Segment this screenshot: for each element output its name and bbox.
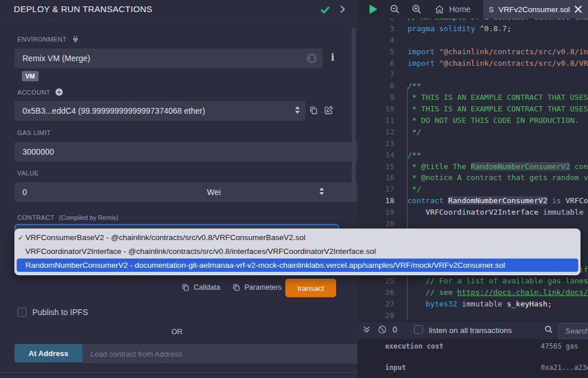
line-number: 11	[357, 115, 394, 126]
panel-bottom-divider	[0, 372, 357, 373]
chevron-double-down-icon[interactable]	[362, 325, 371, 334]
code-line[interactable]: 16 * @notice A contract that gets random…	[357, 172, 588, 184]
calldata-label: Calldata	[194, 283, 220, 291]
code-line[interactable]: 4	[357, 35, 588, 46]
code-line[interactable]: 28	[357, 310, 588, 321]
at-address-button[interactable]: At Address	[14, 344, 82, 362]
code-line[interactable]: 6import "@chainlink/contracts/src/v0.8/V…	[357, 58, 588, 69]
copy-icon	[182, 283, 190, 291]
input-value: 0xa21...a23e4	[541, 364, 588, 372]
contract-sublabel: (Compiled by Remix)	[59, 214, 118, 221]
contract-dropdown-option[interactable]: RandomNumberConsumerV2 - documentation-g…	[17, 259, 578, 272]
line-number: 13	[357, 138, 394, 149]
contract-dropdown-menu: ✓VRFConsumerBaseV2 - @chainlink/contract…	[14, 229, 581, 275]
copy-icon[interactable]	[309, 106, 318, 115]
value-label: VALUE	[17, 170, 39, 177]
code-line[interactable]: 26 // see https://docs.chain.link/docs/v…	[357, 287, 588, 298]
calldata-button[interactable]: Calldata	[182, 283, 220, 291]
listen-all-checkbox[interactable]	[414, 325, 423, 334]
caret-updown-icon	[295, 106, 300, 114]
code-lines: 2// An example of a consumer contract th…	[357, 18, 588, 321]
code-line[interactable]: 2// An example of a consumer contract th…	[357, 18, 588, 23]
line-number: 26	[357, 287, 394, 298]
environment-label: ENVIRONMENT	[17, 35, 80, 43]
spinner-icon	[307, 53, 317, 63]
terminal-content: execution cost 47565 gas input 0xa21...a…	[357, 339, 588, 378]
code-line[interactable]: 15 * @title The RandomNumberConsumerV2 c…	[357, 161, 588, 173]
line-number: 15	[357, 161, 394, 173]
line-number: 18	[357, 195, 394, 207]
copy-icon	[232, 283, 240, 291]
line-number: 25	[357, 275, 394, 287]
account-label: ACCOUNT	[17, 88, 63, 96]
contract-dropdown-option-label: VRFCoordinatorV2Interface - @chainlink/c…	[25, 247, 376, 256]
panel-header: DEPLOY & RUN TRANSACTIONS	[0, 0, 357, 20]
code-line[interactable]: 18contract RandomNumberConsumerV2 is VRF…	[357, 195, 588, 207]
line-number: 27	[357, 298, 394, 310]
contract-dropdown-option[interactable]: VRFCoordinatorV2Interface - @chainlink/c…	[14, 245, 581, 259]
account-value: 0x5B3...eddC4 (99.99999999999997374068 e…	[22, 106, 205, 115]
code-line[interactable]: 20	[357, 218, 588, 230]
code-line[interactable]: 9 * THIS IS AN EXAMPLE CONTRACT THAT USE…	[357, 92, 588, 103]
chevron-right-icon[interactable]	[338, 5, 347, 14]
code-line[interactable]: 10 * THIS IS AN EXAMPLE CONTRACT THAT US…	[357, 103, 588, 115]
ban-icon[interactable]	[378, 325, 387, 334]
code-editor[interactable]: 2// An example of a consumer contract th…	[357, 18, 588, 321]
account-select[interactable]: 0x5B3...eddC4 (99.99999999999997374068 e…	[14, 101, 306, 121]
code-line[interactable]: 19 VRFCoordinatorV2Interface immutable C…	[357, 207, 588, 218]
or-divider-label: OR	[0, 327, 354, 336]
tab-home[interactable]: Home	[429, 0, 476, 18]
gas-limit-label: GAS LIMIT	[17, 129, 51, 136]
terminal-search-input[interactable]	[558, 323, 588, 339]
code-line[interactable]: 11 * DO NOT USE THIS CODE IN PRODUCTION.	[357, 115, 588, 126]
line-number: 3	[357, 23, 394, 35]
edit-icon[interactable]	[324, 106, 333, 115]
code-line[interactable]: 5import "@chainlink/contracts/src/v0.8/i…	[357, 46, 588, 58]
transact-button[interactable]: transact	[285, 279, 336, 297]
code-line[interactable]: 3pragma solidity ^0.8.7;	[357, 23, 588, 35]
panel-scrollbar[interactable]	[352, 28, 356, 201]
search-icon[interactable]	[544, 325, 553, 334]
listen-all-label: listen on all transactions	[429, 326, 512, 335]
line-number: 16	[357, 172, 394, 184]
zoom-out-icon[interactable]	[390, 4, 400, 14]
code-line[interactable]: 14/**	[357, 149, 588, 161]
value-unit: Wei	[207, 188, 221, 197]
execution-cost-value: 47565 gas	[541, 342, 578, 350]
tab-vrfv2consumer[interactable]: S VRFv2Consumer.sol	[483, 0, 588, 18]
publish-ipfs-checkbox[interactable]	[17, 308, 27, 317]
publish-ipfs-label: Publish to IPFS	[32, 308, 88, 317]
value-unit-select[interactable]: Wei	[199, 182, 330, 202]
contract-dropdown-option-label: RandomNumberConsumerV2 - documentation-g…	[25, 261, 505, 270]
environment-value: Remix VM (Merge)	[22, 54, 90, 63]
play-icon[interactable]	[368, 4, 378, 14]
gas-limit-input[interactable]	[14, 142, 372, 162]
contract-dropdown-option-label: VRFConsumerBaseV2 - @chainlink/contracts…	[25, 233, 306, 242]
code-line[interactable]: 13	[357, 138, 588, 149]
line-number: 5	[357, 46, 394, 58]
panel-title: DEPLOY & RUN TRANSACTIONS	[14, 4, 152, 14]
line-number: 28	[357, 310, 394, 321]
close-icon[interactable]	[574, 5, 582, 13]
code-line[interactable]: 25 // For a list of available gas lanes …	[357, 275, 588, 287]
code-line[interactable]: 7	[357, 69, 588, 80]
line-number: 14	[357, 149, 394, 161]
code-line[interactable]: 12 */	[357, 126, 588, 138]
code-line[interactable]: 8/**	[357, 80, 588, 92]
plus-circle-icon[interactable]	[55, 88, 63, 96]
contract-dropdown-option[interactable]: ✓VRFConsumerBaseV2 - @chainlink/contract…	[14, 231, 581, 245]
environment-select[interactable]: Remix VM (Merge)	[14, 48, 323, 68]
line-number: 12	[357, 126, 394, 138]
home-icon	[435, 5, 444, 14]
zoom-in-icon[interactable]	[412, 4, 422, 14]
check-icon: ✓	[18, 231, 24, 245]
code-line[interactable]: 27 bytes32 immutable s_keyHash;	[357, 298, 588, 310]
parameters-button[interactable]: Parameters	[232, 283, 282, 291]
line-number: 4	[357, 35, 394, 46]
file-tab-label: VRFv2Consumer.sol	[499, 5, 570, 14]
line-number: 2	[357, 18, 394, 23]
code-line[interactable]: 17 */	[357, 184, 588, 195]
line-number: 9	[357, 92, 394, 103]
indent-guide	[407, 87, 408, 321]
info-icon[interactable]: i	[331, 52, 334, 63]
